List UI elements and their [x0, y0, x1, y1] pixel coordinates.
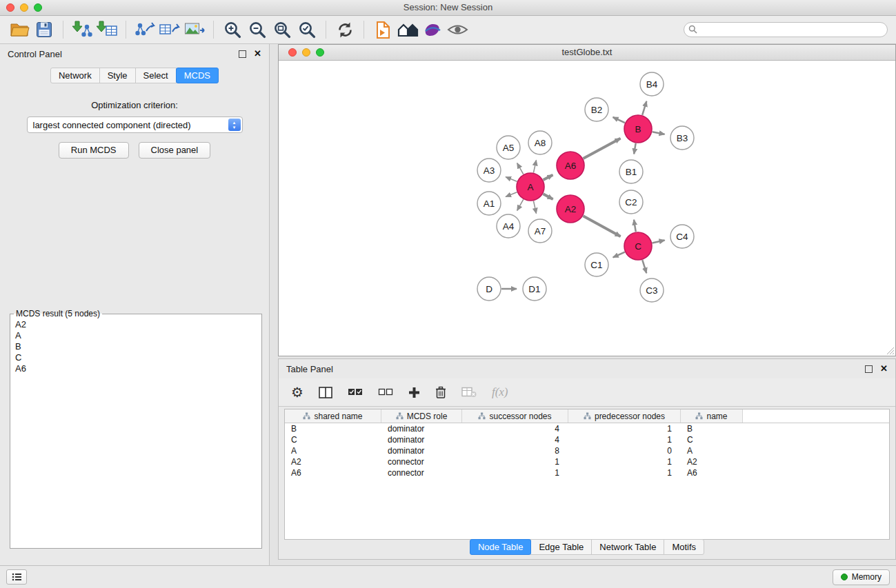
float-control-panel-button[interactable]	[239, 50, 246, 58]
mcds-result-item[interactable]: A2	[14, 319, 258, 330]
float-table-panel-button[interactable]	[865, 365, 873, 373]
column-header-name[interactable]: name	[681, 409, 743, 423]
node-A1[interactable]: A1	[477, 192, 501, 215]
cp-tab-network[interactable]: Network	[50, 68, 100, 83]
cp-tab-mcds[interactable]: MCDS	[176, 68, 219, 83]
node-C3[interactable]: C3	[640, 278, 664, 302]
table-row[interactable]: Cdominator41C	[285, 434, 889, 445]
minimize-app-button[interactable]	[20, 3, 28, 12]
select-all-button[interactable]	[348, 387, 363, 397]
mcds-result-item[interactable]: A	[14, 330, 258, 341]
fullscreen-app-button[interactable]	[34, 3, 42, 12]
import-table-button[interactable]	[94, 19, 119, 41]
minimize-network-button[interactable]	[302, 48, 310, 57]
close-control-panel-button[interactable]: ✕	[254, 50, 261, 57]
zoom-network-button[interactable]	[316, 48, 324, 57]
close-mcds-panel-button[interactable]: Close panel	[139, 142, 211, 159]
edge-A-A6[interactable]	[544, 175, 553, 180]
edge-B-B3[interactable]	[653, 132, 665, 134]
edge-A-A4[interactable]	[517, 199, 524, 210]
task-history-button[interactable]	[6, 569, 27, 585]
refresh-network-button[interactable]	[332, 19, 357, 41]
delete-table-button[interactable]	[461, 387, 477, 398]
edge-B-B2[interactable]	[613, 117, 625, 123]
tp-tab-node-table[interactable]: Node Table	[470, 539, 532, 555]
node-A2[interactable]: A2	[557, 195, 584, 223]
table-mode-button[interactable]: ⚙	[291, 384, 303, 401]
edge-A-A3[interactable]	[506, 177, 517, 182]
node-C2[interactable]: C2	[619, 190, 643, 214]
mcds-result-item[interactable]: C	[14, 352, 258, 363]
column-header-shared-name[interactable]: shared name	[285, 409, 381, 423]
copy-document-button[interactable]	[370, 19, 395, 41]
node-B4[interactable]: B4	[640, 72, 664, 96]
tp-tab-motifs[interactable]: Motifs	[664, 539, 704, 555]
column-header-MCDS-role[interactable]: MCDS role	[381, 409, 462, 423]
create-column-button[interactable]	[408, 387, 420, 398]
export-table-button[interactable]	[157, 19, 182, 41]
zoom-fit-button[interactable]	[270, 19, 295, 41]
column-header-successor-nodes[interactable]: successor nodes	[462, 409, 568, 423]
edge-A-A7[interactable]	[533, 201, 536, 214]
node-A[interactable]: A	[517, 173, 544, 201]
edge-A-A2[interactable]	[543, 194, 552, 199]
column-header-predecessor-nodes[interactable]: predecessor nodes	[568, 409, 681, 423]
mcds-result-item[interactable]: A6	[14, 363, 258, 374]
export-image-button[interactable]	[182, 19, 207, 41]
hide-details-button[interactable]	[420, 19, 445, 41]
criterion-dropdown[interactable]: largest connected component (directed) ▲…	[27, 116, 243, 133]
deselect-all-button[interactable]	[378, 387, 393, 397]
edge-C-C3[interactable]	[642, 260, 646, 273]
memory-button[interactable]: Memory	[833, 569, 890, 585]
cp-tab-style[interactable]: Style	[99, 68, 136, 83]
edge-A2-C[interactable]	[583, 216, 620, 236]
node-B[interactable]: B	[624, 115, 652, 143]
node-C4[interactable]: C4	[670, 225, 694, 248]
table-row[interactable]: Bdominator41B	[285, 423, 889, 434]
edge-B-B1[interactable]	[634, 143, 636, 154]
function-builder-button[interactable]: f(x)	[492, 385, 508, 399]
zoom-selected-button[interactable]	[295, 19, 319, 41]
node-D1[interactable]: D1	[523, 277, 546, 301]
table-row[interactable]: A6connector11A6	[285, 467, 889, 478]
node-A7[interactable]: A7	[528, 219, 552, 243]
run-mcds-button[interactable]: Run MCDS	[59, 142, 129, 159]
tp-tab-network-table[interactable]: Network Table	[591, 539, 664, 555]
node-A3[interactable]: A3	[477, 159, 501, 182]
open-folder-button[interactable]	[7, 19, 32, 41]
show-details-button[interactable]	[445, 19, 470, 41]
node-A4[interactable]: A4	[497, 214, 520, 238]
node-B1[interactable]: B1	[619, 160, 643, 183]
edge-B-B4[interactable]	[642, 101, 646, 115]
close-network-button[interactable]	[288, 48, 297, 57]
node-C[interactable]: C	[624, 232, 652, 260]
first-neighbors-button[interactable]	[395, 19, 420, 41]
search-input[interactable]	[684, 22, 888, 37]
tp-tab-edge-table[interactable]: Edge Table	[530, 539, 592, 555]
edge-A6-B[interactable]	[583, 139, 620, 159]
node-A8[interactable]: A8	[528, 131, 552, 154]
edge-C-C4[interactable]	[653, 241, 665, 243]
network-graph[interactable]: B4B2BB3A8A5A6A3B1AC2A1A2A4A7C4CC1C3DD1	[279, 61, 895, 356]
zoom-in-button[interactable]	[220, 19, 245, 41]
show-columns-button[interactable]	[319, 387, 332, 398]
resize-grip-icon[interactable]	[886, 347, 895, 355]
delete-column-button[interactable]	[435, 386, 446, 398]
close-table-panel-button[interactable]: ✕	[880, 365, 888, 372]
export-network-button[interactable]	[132, 19, 157, 41]
node-A5[interactable]: A5	[497, 136, 520, 159]
edge-A-A5[interactable]	[517, 163, 524, 174]
node-D[interactable]: D	[477, 277, 501, 301]
edge-C-C1[interactable]	[613, 252, 625, 258]
table-row[interactable]: A2connector11A2	[285, 456, 889, 467]
import-network-button[interactable]	[70, 19, 94, 41]
node-C1[interactable]: C1	[585, 253, 608, 276]
edge-C-C2[interactable]	[634, 220, 636, 232]
node-B2[interactable]: B2	[585, 98, 608, 121]
save-button[interactable]	[32, 19, 57, 41]
mcds-result-item[interactable]: B	[14, 341, 258, 352]
close-app-button[interactable]	[6, 3, 14, 12]
zoom-out-button[interactable]	[245, 19, 270, 41]
node-B3[interactable]: B3	[670, 126, 694, 150]
node-A6[interactable]: A6	[557, 152, 584, 179]
